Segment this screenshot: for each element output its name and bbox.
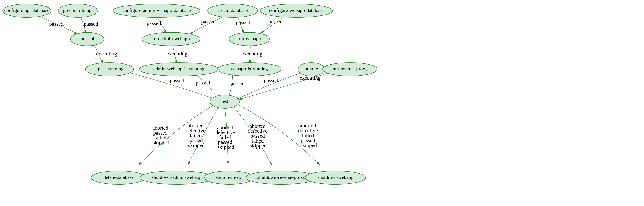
edge-label-test-delete: aborted passed failed skipped: [152, 125, 170, 146]
svg-text:create-database: create-database: [217, 7, 248, 13]
edge-label: passed: [196, 80, 210, 86]
node-configure-webapp-database[interactable]: configure-webapp-database: [260, 4, 332, 17]
edge-label: passed: [264, 77, 278, 83]
svg-text:test: test: [222, 98, 228, 104]
node-webapp-is-running[interactable]: webapp-is-running: [218, 63, 281, 76]
edge-label: executing: [242, 51, 262, 56]
svg-text:precompile-api: precompile-api: [63, 7, 92, 13]
edge-label: executing: [166, 51, 188, 56]
svg-text:shutdown-webapp: shutdown-webapp: [317, 174, 353, 180]
svg-text:run-reverse-proxy: run-reverse-proxy: [332, 66, 368, 71]
node-run-webapp[interactable]: run-webapp: [229, 32, 270, 46]
svg-text:admin-webapp-is-running: admin-webapp-is-running: [154, 66, 204, 71]
svg-text:shutdown-api: shutdown-api: [216, 174, 242, 180]
nodes-group: configure-api-database precompile-api co…: [3, 4, 377, 184]
edge-label-test-shutdown-webapp: aborted defective failed passed skipped: [298, 123, 319, 148]
node-configure-admin-webapp-database[interactable]: configure-admin-webapp-database: [113, 4, 200, 17]
edge-label-test-shutdown-reverse-proxy: aborted defective passed failed skipped: [248, 123, 269, 149]
node-bundle[interactable]: bundle: [298, 63, 325, 76]
edge-label: passed: [84, 21, 98, 27]
node-configure-api-database[interactable]: configure-api-database: [3, 4, 51, 17]
node-create-database[interactable]: create-database: [208, 4, 258, 17]
edge-label: passed: [236, 19, 250, 25]
node-precompile-api[interactable]: precompile-api: [58, 4, 98, 17]
svg-text:run-webapp: run-webapp: [238, 36, 261, 41]
svg-text:configure-admin-webapp-databas: configure-admin-webapp-database: [122, 7, 190, 13]
node-shutdown-webapp[interactable]: shutdown-webapp: [305, 171, 366, 184]
node-run-reverse-proxy[interactable]: run-reverse-proxy: [323, 63, 377, 76]
edge-label: executing: [96, 51, 117, 56]
edge-label: passed: [230, 81, 245, 86]
svg-text:delete-database: delete-database: [103, 174, 134, 180]
edge-label-test-shutdown-admin: aborted defective failed passed skipped: [186, 123, 207, 148]
svg-text:configure-api-database: configure-api-database: [4, 7, 50, 13]
svg-text:bundle: bundle: [304, 66, 318, 71]
node-run-admin-webapp[interactable]: run-admin-webapp: [142, 32, 200, 46]
node-run-api[interactable]: run-api: [70, 32, 104, 46]
node-shutdown-admin-webapp[interactable]: shutdown-admin-webapp: [140, 171, 214, 184]
node-api-is-running[interactable]: api-is-running: [86, 63, 134, 76]
edge-label: passed: [170, 77, 184, 83]
svg-text:webapp-is-running: webapp-is-running: [231, 66, 268, 71]
svg-text:api-is-running: api-is-running: [96, 66, 124, 71]
edge-label-test-shutdown-api: aborted defective failed passed skipped: [215, 124, 236, 150]
svg-text:shutdown-admin-webapp: shutdown-admin-webapp: [152, 174, 202, 180]
node-admin-webapp-is-running[interactable]: admin-webapp-is-running: [139, 63, 219, 76]
edge-admin-is-running-test: [194, 74, 218, 99]
svg-text:configure-webapp-database: configure-webapp-database: [269, 7, 323, 13]
edge-label: passed: [201, 19, 216, 24]
svg-text:shutdown-reverse-proxy: shutdown-reverse-proxy: [257, 174, 305, 180]
edge-label: passed: [268, 19, 283, 24]
node-test[interactable]: test: [210, 95, 240, 108]
svg-text:run-admin-webapp: run-admin-webapp: [152, 36, 190, 41]
svg-text:run-api: run-api: [80, 36, 94, 41]
node-delete-database[interactable]: delete-database: [91, 171, 146, 184]
edge-label: passed: [49, 21, 64, 27]
edge-label: passed: [147, 20, 161, 26]
